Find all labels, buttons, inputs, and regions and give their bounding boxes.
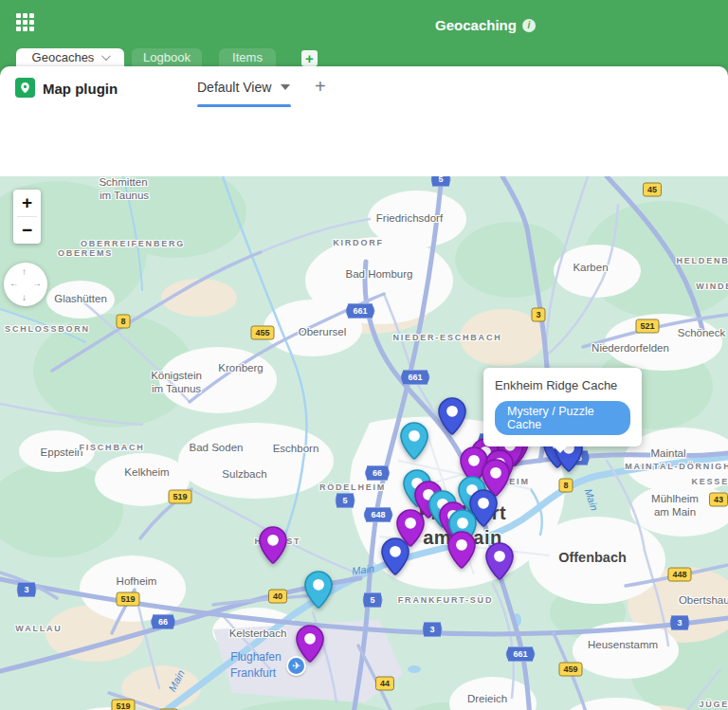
- map-pin-icon: [15, 78, 35, 98]
- pan-up-icon[interactable]: ↑: [22, 266, 27, 277]
- active-view-underline: [197, 104, 291, 107]
- tab-items[interactable]: Items: [219, 48, 276, 66]
- tab-logbook[interactable]: Logbook: [132, 48, 202, 66]
- map-pin-purple[interactable]: [259, 526, 287, 564]
- cache-type-badge[interactable]: Mystery / Puzzle Cache: [495, 401, 630, 435]
- zoom-control: + −: [13, 190, 41, 244]
- zoom-out-button[interactable]: −: [13, 217, 41, 244]
- content-panel: Map plugin Default View +: [0, 66, 728, 710]
- pan-left-icon[interactable]: ←: [9, 278, 19, 288]
- map-pin-purple[interactable]: [447, 531, 476, 569]
- add-view-button[interactable]: +: [315, 76, 326, 98]
- map-pin-blue[interactable]: [438, 397, 466, 435]
- tab-geocaches[interactable]: Geocaches: [16, 48, 124, 66]
- view-tab-default[interactable]: Default View: [197, 80, 290, 95]
- pan-down-icon[interactable]: ↓: [22, 292, 27, 302]
- app-header: Geocaching i Geocaches Logbook Items +: [0, 0, 728, 76]
- plugin-name: Map plugin: [43, 81, 118, 97]
- map-pin-cyan[interactable]: [400, 422, 428, 460]
- page-title: Geocaching i: [435, 17, 536, 33]
- chevron-down-icon: [281, 84, 290, 90]
- pan-control[interactable]: ↑ ↓ ← →: [4, 263, 47, 306]
- apps-grid-icon[interactable]: [16, 13, 34, 31]
- map-canvas[interactable]: ✈ + − ↑ ↓ ← → Schmittenim TaunusFriedric…: [0, 176, 728, 710]
- cache-tooltip: Enkheim Ridge Cache Mystery / Puzzle Cac…: [483, 368, 642, 446]
- map-pin-cyan[interactable]: [304, 571, 333, 609]
- map-pin-blue[interactable]: [381, 537, 410, 575]
- pan-right-icon[interactable]: →: [32, 278, 42, 288]
- map-pin-violet[interactable]: [485, 542, 514, 580]
- zoom-in-button[interactable]: +: [13, 190, 41, 216]
- view-toolbar: Map plugin Default View +: [0, 66, 728, 110]
- add-table-button[interactable]: +: [301, 50, 318, 66]
- airport-icon: ✈: [286, 656, 306, 676]
- info-icon[interactable]: i: [522, 19, 536, 32]
- chevron-down-icon: [101, 51, 111, 61]
- cache-title: Enkheim Ridge Cache: [495, 378, 630, 392]
